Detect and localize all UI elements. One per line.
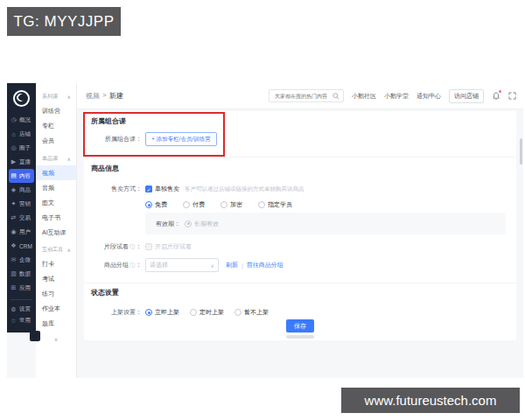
- sidebar-item-video[interactable]: 视频: [36, 165, 76, 180]
- data-icon: ▥: [10, 270, 18, 277]
- star-icon: ☆: [10, 318, 18, 325]
- radio-shelf-scheduled[interactable]: 定时上架: [190, 308, 224, 317]
- section-title-status: 状态设置: [91, 288, 119, 298]
- shop-icon: ⌂: [10, 131, 18, 137]
- sidebar-collapse-handle[interactable]: [30, 331, 40, 341]
- tg-contact-badge: TG: MYYJJPP: [7, 7, 121, 36]
- group-header-single[interactable]: 单品课∧: [36, 152, 76, 165]
- app-logo-icon: [13, 90, 30, 107]
- radio-icon: [258, 201, 265, 208]
- validity-option: 长期有效: [185, 220, 219, 228]
- sidebar-item-live[interactable]: ▶直播: [7, 155, 36, 169]
- sidebar-item-questionbank[interactable]: 题库: [36, 316, 76, 331]
- radio-shelf-now[interactable]: 立即上架: [145, 308, 179, 317]
- website-badge: www.futureustech.com: [341, 388, 520, 413]
- sell-checkbox-label[interactable]: 单独售卖: [155, 185, 179, 193]
- radio-icon: [234, 309, 242, 316]
- radio-disabled-icon: [185, 220, 192, 228]
- link-academy[interactable]: 小鹅学堂: [384, 92, 409, 101]
- link-notifications[interactable]: 通知中心: [416, 92, 441, 101]
- validity-label: 有效期：: [156, 220, 180, 228]
- radio-free[interactable]: 免费: [145, 200, 167, 209]
- sidebar-item-overview[interactable]: ◷概况: [7, 113, 36, 127]
- sidebar-item-community[interactable]: ◎圈子: [7, 141, 36, 155]
- checkbox-checked-icon[interactable]: ✓: [145, 186, 152, 192]
- sidebar-item-apps[interactable]: ⊞应用: [7, 281, 36, 295]
- bell-icon[interactable]: [492, 92, 500, 101]
- section-title-combo: 所属组合课: [91, 116, 126, 126]
- sidebar-item-content[interactable]: ▤内容: [9, 169, 34, 183]
- fullscreen-icon[interactable]: [508, 92, 517, 101]
- overview-icon: ◷: [10, 116, 18, 123]
- sidebar-item-imagetext[interactable]: 图文: [36, 195, 76, 210]
- sidebar-item-checkin[interactable]: 打卡: [36, 256, 76, 271]
- visit-shop-button[interactable]: 访问店铺: [449, 89, 484, 103]
- primary-sidebar: ◷概况 ⌂店铺 ◎圈子 ▶直播 ▤内容 ◈商品 ✦营销 ⇄交易 ◉用户 ❖CRM…: [7, 83, 36, 332]
- sidebar-item-audio[interactable]: 音频: [36, 180, 76, 195]
- radio-paid[interactable]: 付费: [183, 200, 205, 209]
- sidebar-item-users[interactable]: ◉用户: [7, 225, 36, 239]
- info-icon[interactable]: ⓘ: [130, 262, 135, 270]
- caret-down-icon: ∨: [211, 262, 214, 269]
- sidebar-item-trade[interactable]: ⇄交易: [7, 211, 36, 225]
- section-divider: [84, 283, 516, 284]
- radio-encrypted[interactable]: 加密: [220, 200, 242, 209]
- horizontal-scrollbar-thumb[interactable]: [286, 335, 314, 339]
- sidebar-item-practice[interactable]: 练习: [36, 286, 76, 301]
- sidebar-item-wecom[interactable]: ✉企微: [7, 253, 36, 267]
- group-header-series[interactable]: 系列课∧: [36, 90, 76, 103]
- radio-designated[interactable]: 指定学员: [258, 200, 292, 209]
- sell-mode-label: 售卖方式：: [84, 185, 145, 193]
- sidebar-item-ebook[interactable]: 电子书: [36, 210, 76, 225]
- live-icon: ▶: [10, 158, 18, 165]
- apps-icon: ⊞: [10, 284, 18, 291]
- chevron-down-icon[interactable]: ∨: [36, 336, 76, 342]
- sidebar-item-ai-course[interactable]: AI互动课: [36, 225, 76, 240]
- form-card: 所属组合课 所属组合课： + 添加专栏/会员/训练营 商品信息 售卖方式： ✓ …: [84, 111, 516, 340]
- save-button[interactable]: 保存: [286, 319, 314, 332]
- sidebar-item-frequent[interactable]: ☆常用: [7, 315, 36, 326]
- vertical-scrollbar-thumb[interactable]: [520, 138, 522, 164]
- trial-row: 片段试看ⓘ： 开启片段试看: [84, 242, 516, 252]
- community-icon: ◎: [10, 144, 18, 151]
- chevron-up-icon: ∧: [67, 156, 71, 162]
- sidebar-item-data[interactable]: ▥数据: [7, 267, 36, 281]
- radio-shelf-later[interactable]: 暂不上架: [234, 308, 269, 317]
- sidebar-item-homework[interactable]: 作业本: [36, 301, 76, 316]
- trade-icon: ⇄: [10, 214, 18, 221]
- sidebar-item-crm[interactable]: ❖CRM: [7, 239, 36, 253]
- global-search: [269, 89, 344, 102]
- sidebar-item-shop[interactable]: ⌂店铺: [7, 127, 36, 141]
- link-community[interactable]: 小鹅社区: [352, 92, 376, 101]
- sell-mode-row: 售卖方式： ✓ 单独售卖 客户可以通过店铺或链接的方式单独购买该商品: [84, 183, 516, 195]
- sidebar-item-column[interactable]: 专栏: [36, 118, 76, 133]
- sidebar-item-membership[interactable]: 会员: [36, 133, 76, 148]
- chevron-up-icon: ∧: [67, 247, 71, 253]
- sidebar-item-marketing[interactable]: ✦营销: [7, 197, 36, 211]
- search-icon: [332, 92, 340, 101]
- info-icon[interactable]: ⓘ: [130, 243, 135, 251]
- gear-icon: ⚙: [10, 306, 18, 313]
- refresh-link[interactable]: 刷新: [226, 261, 238, 270]
- topbar: 视频 > 新建 小鹅社区 小鹅学堂 通知中心 访问店铺: [77, 83, 523, 109]
- sidebar-item-goods[interactable]: ◈商品: [7, 183, 36, 197]
- group-select[interactable]: 请选择∨: [145, 258, 219, 272]
- user-icon: ◉: [10, 228, 18, 235]
- goto-group-link[interactable]: 前往商品分组: [247, 261, 284, 270]
- breadcrumb: 视频 > 新建: [86, 91, 123, 101]
- sidebar-item-settings[interactable]: ⚙设置: [7, 304, 36, 315]
- add-course-button[interactable]: + 添加专栏/会员/训练营: [145, 132, 217, 146]
- combo-row: 所属组合课： + 添加专栏/会员/训练营: [84, 132, 516, 146]
- search-input[interactable]: [273, 93, 331, 100]
- combo-label: 所属组合课：: [84, 135, 145, 144]
- group-row: 商品分组ⓘ： 请选择∨ 刷新 | 前往商品分组: [84, 257, 516, 273]
- sidebar-item-trainingcamp[interactable]: 训练营: [36, 103, 76, 118]
- notification-dot: [499, 90, 501, 93]
- breadcrumb-parent[interactable]: 视频: [86, 91, 100, 101]
- group-header-tools[interactable]: 互动工具∧: [36, 243, 76, 256]
- secondary-sidebar: 系列课∧ 训练营 专栏 会员 单品课∧ 视频 音频 图文 电子书 AI互动课 互…: [36, 83, 77, 378]
- sidebar-item-exam[interactable]: 考试: [36, 271, 76, 286]
- price-options-row: 免费 付费 加密 指定学员: [84, 200, 516, 210]
- radio-selected-icon: [145, 201, 152, 208]
- trial-checkbox-label: 开启片段试看: [155, 242, 192, 251]
